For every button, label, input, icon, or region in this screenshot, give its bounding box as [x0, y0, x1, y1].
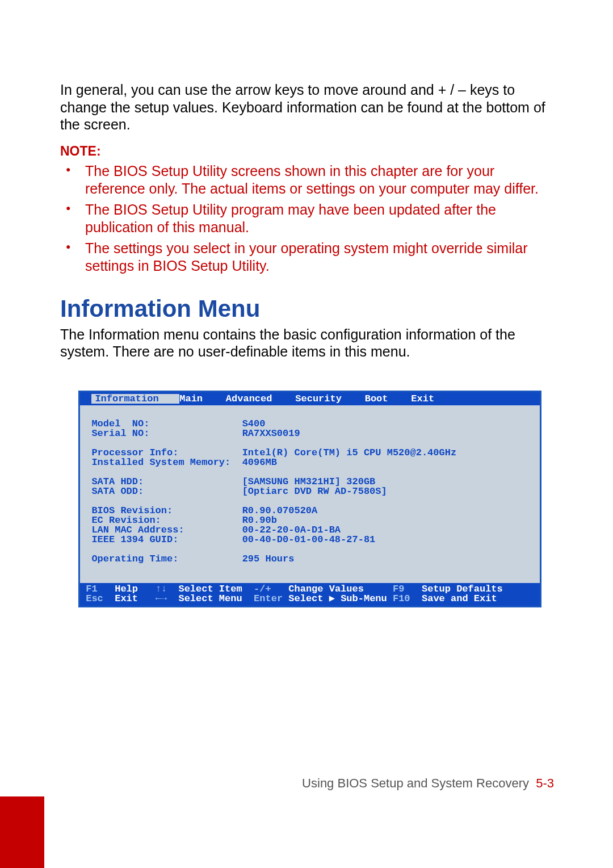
bios-tab: Security — [295, 394, 364, 404]
bios-tab-bar: Information Main Advanced Security Boot … — [80, 392, 540, 405]
bios-tab: Main — [179, 394, 226, 404]
bios-help-bar: F1 Help ↑↓ Select Item -/+ Change Values… — [80, 583, 540, 606]
footer-page-number: 5-3 — [536, 776, 554, 790]
section-body: The Information menu contains the basic … — [60, 326, 557, 360]
intro-paragraph: In general, you can use the arrow keys t… — [60, 81, 557, 133]
note-list: The BIOS Setup Utility screens shown in … — [60, 162, 557, 275]
note-item: The BIOS Setup Utility screens shown in … — [85, 162, 557, 198]
bios-tab: Advanced — [226, 394, 295, 404]
footer-title: Using BIOS Setup and System Recovery — [302, 776, 529, 790]
bios-tab: Information — [91, 394, 179, 404]
bios-screenshot: Information Main Advanced Security Boot … — [78, 391, 541, 607]
bios-tab: Exit — [411, 394, 457, 404]
note-item: The settings you select in your operatin… — [85, 240, 557, 275]
page-footer: Using BIOS Setup and System Recovery 5-3 — [0, 776, 613, 791]
note-label: NOTE: — [60, 144, 557, 159]
bios-tab: Boot — [365, 394, 412, 404]
note-item: The BIOS Setup Utility program may have … — [85, 201, 557, 236]
bios-info-panel: Model NO: S400 Serial NO: RA7XXS0019 Pro… — [80, 405, 540, 583]
page-edge-tab — [0, 796, 44, 868]
section-heading: Information Menu — [60, 295, 557, 322]
